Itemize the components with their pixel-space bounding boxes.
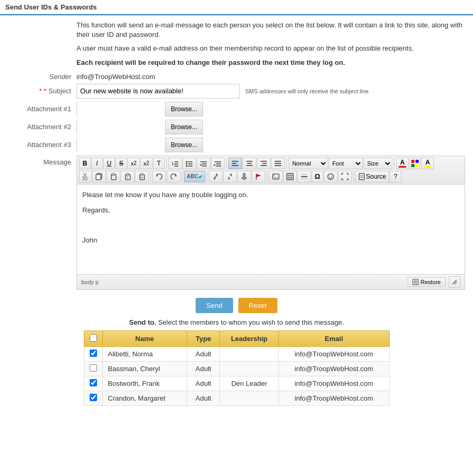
image-btn[interactable] [269,171,283,182]
svg-text:T: T [127,176,129,179]
color-picker-icon [411,159,419,168]
fullscreen-btn[interactable] [338,171,352,182]
attachment2-file-input[interactable] [77,120,165,134]
row-type: Adult [187,391,219,405]
paste-text-icon: T [124,173,131,180]
paste-word-icon: W [138,173,146,180]
row-email: info@TroopWebHost.com [278,346,389,361]
cut-btn[interactable] [79,171,92,182]
unlink-btn[interactable] [223,171,237,182]
unordered-list-btn[interactable] [182,158,196,169]
hr-btn[interactable] [297,171,311,182]
page-title: Send User IDs & Passwords [5,3,96,11]
redo-btn[interactable] [167,171,180,182]
statusbar-right: Restore [408,276,460,288]
send-button[interactable]: Send [196,298,233,313]
resize-btn[interactable] [449,276,460,288]
undo-btn[interactable] [152,171,166,182]
row-checkbox[interactable] [90,379,97,386]
statusbar-path: body p [81,279,99,285]
image-icon [272,173,279,180]
attachment3-input-wrapper: Browse... [76,138,203,152]
spellcheck-btn[interactable]: ABC [184,171,205,182]
toolbar-sep6 [182,171,182,182]
row-checkbox[interactable] [90,349,97,357]
ordered-list-btn[interactable]: 1. [168,158,182,169]
source-doc-icon [359,173,365,180]
row-leadership [220,346,278,361]
unordered-list-icon [186,160,193,167]
italic-btn[interactable]: I [91,158,103,169]
align-right-btn[interactable] [257,158,271,169]
editor-statusbar: body p Restore [77,274,465,289]
attachment2-input-wrapper: Browse... [76,120,203,134]
indent-btn[interactable] [211,158,225,169]
highlight-color-btn[interactable]: A [421,158,434,169]
justify-icon [274,160,282,167]
row-checkbox[interactable] [90,364,97,372]
anchor-icon [240,173,248,180]
help-btn[interactable]: ? [390,171,401,182]
message-line1[interactable]: Please let me know if you have any troub… [82,190,459,201]
row-leadership: Den Leader [220,376,278,391]
row-checkbox-cell [84,376,102,391]
hr-icon [301,173,308,180]
copy-btn[interactable] [92,171,106,182]
row-checkbox[interactable] [90,394,97,401]
smiley-btn[interactable] [324,171,337,182]
attachment3-file-input[interactable] [77,138,165,152]
attachment2-browse-btn[interactable]: Browse... [165,120,202,134]
table-btn[interactable] [283,171,297,182]
svg-point-37 [85,177,88,180]
align-center-btn[interactable] [243,158,256,169]
row-type: Adult [187,376,219,391]
underline-btn[interactable]: U [103,158,115,169]
reset-button[interactable]: Reset [238,298,277,313]
description-section: This function will send an e-mail messag… [76,21,465,67]
anchor-btn[interactable] [237,171,251,182]
format-select[interactable]: Normal [288,158,328,169]
indent-icon [214,160,221,167]
message-line2[interactable]: Regards, [82,205,459,216]
paste-btn[interactable] [107,171,120,182]
subject-input[interactable] [76,84,240,99]
smiley-icon [327,173,334,180]
message-line4[interactable]: John [82,235,459,246]
attachment1-file-input[interactable] [77,102,165,116]
removeformat-btn[interactable]: T [153,158,165,169]
source-btn[interactable]: Source [355,171,389,182]
color-picker-btn[interactable] [409,158,421,169]
attachment1-browse-btn[interactable]: Browse... [165,102,202,116]
select-all-checkbox[interactable] [90,334,97,342]
bold-btn[interactable]: B [79,158,91,169]
paste-word-btn[interactable]: W [135,171,149,182]
justify-btn[interactable] [271,158,285,169]
restore-btn[interactable]: Restore [408,277,446,287]
superscript-btn[interactable]: x2 [140,158,152,169]
page-header: Send User IDs & Passwords [0,0,473,15]
link-btn[interactable] [209,171,223,182]
special-char-btn[interactable]: Ω [312,171,323,182]
align-left-btn[interactable] [228,158,242,169]
text-color-bar [399,166,406,168]
svg-rect-32 [411,164,414,167]
flag-btn[interactable] [252,171,265,182]
svg-line-50 [215,176,217,178]
omega-icon: Ω [315,172,320,180]
subscript-btn[interactable]: x2 [128,158,140,169]
svg-point-68 [328,173,334,179]
row-leadership [220,391,278,405]
row-checkbox-cell [84,391,102,405]
highlight-bar [424,166,431,168]
attachment3-browse-btn[interactable]: Browse... [165,138,202,152]
editor-container: B I U S x2 x2 T 1. [76,156,465,290]
size-select[interactable]: Size [363,158,392,169]
font-select[interactable]: Font [329,158,363,169]
text-color-btn[interactable]: A [396,158,409,169]
paste-text-btn[interactable]: T [121,171,134,182]
strike-btn[interactable]: S [115,158,127,169]
outdent-btn[interactable] [197,158,210,169]
unlink-icon [226,173,234,180]
th-leadership: Leadership [220,331,278,346]
editor-content[interactable]: Please let me know if you have any troub… [77,184,465,274]
